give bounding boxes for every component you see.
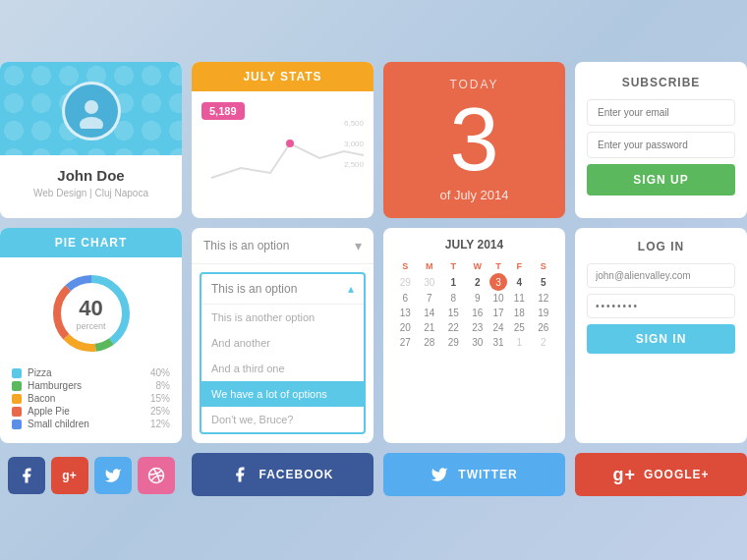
google-button[interactable]: g+ GOOGLE+ <box>575 453 747 496</box>
login-title: LOG IN <box>587 240 735 253</box>
legend-item-hamburgers: Hamburgers 8% <box>12 380 170 391</box>
legend-color-pizza <box>12 368 22 378</box>
legend-item-small-children: Small children 12% <box>12 419 170 429</box>
chevron-up-icon: ▴ <box>348 282 354 296</box>
pie-center: 40 percent <box>76 296 105 331</box>
dropdown-card: This is an option ▾ This is an option ▴ … <box>192 228 374 443</box>
google-button-label: GOOGLE+ <box>644 468 710 481</box>
social-facebook-icon-btn[interactable] <box>8 457 45 494</box>
social-twitter-icon-btn[interactable] <box>94 457 132 494</box>
login-card: LOG IN SIGN IN <box>575 228 747 443</box>
pie-percent-label: percent <box>76 321 105 331</box>
profile-card: John Doe Web Design | Cluj Napoca <box>0 62 182 218</box>
profile-info: John Doe Web Design | Cluj Napoca <box>0 155 182 214</box>
legend-color-apple-pie <box>12 407 22 417</box>
dropdown-item-3[interactable]: And a third one <box>201 356 364 381</box>
social-google-icon-btn[interactable]: g+ <box>51 457 88 494</box>
pie-chart-card: PIE CHART <box>0 228 182 443</box>
pie-legend: Pizza 40% Hamburgers 8% Bacon 15% Apple … <box>12 367 170 429</box>
svg-point-1 <box>80 117 103 129</box>
signup-button[interactable]: SIGN UP <box>587 164 735 196</box>
today-label: TODAY <box>449 78 498 91</box>
today-card: TODAY 3 of July 2014 <box>383 62 565 218</box>
today-number: 3 <box>449 95 498 184</box>
legend-item-pizza: Pizza 40% <box>12 367 170 378</box>
login-password-field[interactable] <box>587 294 735 318</box>
email-field[interactable] <box>587 99 735 126</box>
stats-card: JULY STATS 5,189 6,500 3,000 2,500 <box>192 62 374 218</box>
dropdown-closed-label: This is an option <box>203 239 289 252</box>
login-email-field[interactable] <box>587 263 735 288</box>
google-plus-icon: g+ <box>62 469 76 482</box>
legend-item-apple-pie: Apple Pie 25% <box>12 406 170 417</box>
stats-labels: 6,500 3,000 2,500 <box>344 119 364 169</box>
social-icons-row: g+ <box>0 453 182 498</box>
dropdown-open: This is an option ▴ This is another opti… <box>200 272 366 434</box>
legend-item-bacon: Bacon 15% <box>12 393 170 404</box>
subscribe-card: SUBSCRIBE SIGN UP <box>575 62 747 218</box>
pie-percent-number: 40 <box>76 296 105 321</box>
legend-color-hamburgers <box>12 381 22 391</box>
pie-chart-body: 40 percent Pizza 40% Hamburgers 8% <box>0 257 182 443</box>
profile-name: John Doe <box>10 167 172 184</box>
dropdown-item-1[interactable]: This is another option <box>201 305 364 330</box>
facebook-button-label: FACEBOOK <box>259 468 333 481</box>
subscribe-title: SUBSCRIBE <box>587 76 735 89</box>
social-dribbble-icon-btn[interactable] <box>138 457 175 494</box>
legend-color-small-children <box>12 420 22 429</box>
signin-button[interactable]: SIGN IN <box>587 324 735 354</box>
avatar <box>62 82 121 140</box>
pie-chart-header: PIE CHART <box>0 228 182 257</box>
stats-header: JULY STATS <box>192 62 374 91</box>
stats-chart <box>201 124 364 193</box>
calendar-grid: S M T W T F S 29 30 1 2 3 4 5 <box>393 259 555 350</box>
svg-point-0 <box>85 100 98 114</box>
google-plus-icon-large: g+ <box>612 465 636 485</box>
password-field[interactable] <box>587 132 735 158</box>
pie-chart-container: 40 percent <box>12 269 170 358</box>
svg-point-2 <box>286 140 294 147</box>
legend-color-bacon <box>12 394 22 404</box>
dropdown-selected-label: This is an option <box>211 282 297 296</box>
calendar-card: JULY 2014 S M T W T F S 29 30 1 2 <box>383 228 565 443</box>
dropdown-item-5[interactable]: Don't we, Bruce? <box>201 407 364 432</box>
stats-badge: 5,189 <box>201 102 245 120</box>
dropdown-item-2[interactable]: And another <box>201 330 364 356</box>
calendar-title: JULY 2014 <box>393 238 555 252</box>
twitter-button-label: TWITTER <box>458 468 517 481</box>
twitter-button[interactable]: TWITTER <box>383 453 565 496</box>
chevron-down-icon: ▾ <box>355 238 362 253</box>
profile-subtitle: Web Design | Cluj Napoca <box>10 188 172 198</box>
dropdown-closed[interactable]: This is an option ▾ <box>192 228 374 264</box>
today-sub: of July 2014 <box>439 188 508 202</box>
pie-ring: 40 percent <box>47 269 136 358</box>
facebook-button[interactable]: FACEBOOK <box>192 453 374 496</box>
stats-body: 5,189 6,500 3,000 2,500 <box>192 91 374 206</box>
dropdown-item-4[interactable]: We have a lot of options <box>201 381 364 407</box>
profile-header <box>0 62 182 155</box>
dropdown-open-header[interactable]: This is an option ▴ <box>201 274 364 305</box>
